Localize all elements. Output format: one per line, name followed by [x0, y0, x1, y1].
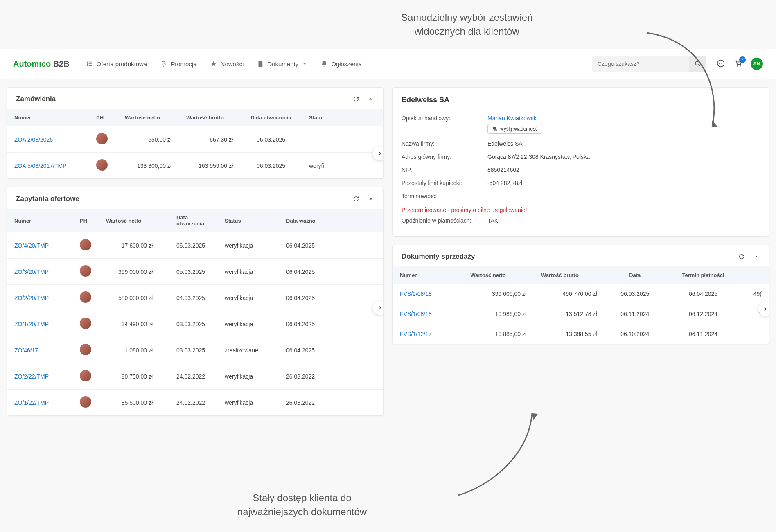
sales-rep-link[interactable]: Marian Kwiatkowski — [487, 115, 538, 122]
search-icon — [694, 60, 702, 68]
svg-point-8 — [717, 60, 724, 67]
nav-nowosci[interactable]: Nowości — [210, 60, 244, 68]
quote-link[interactable]: ZO/2/22/TMP — [14, 373, 49, 380]
search-button[interactable] — [689, 56, 706, 72]
nav: Oferta produktowa Promocja Nowości Dokum… — [86, 60, 582, 68]
svg-point-12 — [740, 65, 741, 67]
quotes-table: Numer PH Wartość netto Data utworzenia S… — [7, 209, 383, 415]
annotation-arrow-bottom — [450, 409, 557, 507]
svg-rect-5 — [89, 65, 92, 66]
table-row[interactable]: ZOA 5/03/2017/TMP 133 300,00 zł163 959,0… — [7, 153, 383, 179]
refresh-icon[interactable] — [738, 253, 745, 260]
table-row[interactable]: FVS/1/08/18 10 986,00 zł13 512,78 zł 06.… — [393, 304, 769, 324]
svg-rect-4 — [89, 63, 92, 64]
quote-link[interactable]: ZO/2/20/TMP — [14, 295, 49, 301]
scroll-right-button[interactable] — [373, 301, 383, 315]
ph-avatar — [96, 133, 108, 144]
header: Automico B2B Oferta produktowa Promocja … — [0, 49, 776, 79]
collapse-icon[interactable] — [367, 95, 374, 103]
orders-table: Numer PH Wartość netto Wartość brutto Da… — [7, 109, 383, 178]
ph-avatar — [80, 265, 91, 277]
svg-rect-1 — [87, 63, 88, 65]
cart-badge: 2 — [739, 56, 746, 63]
ph-avatar — [80, 318, 91, 329]
dollar-icon — [160, 60, 167, 68]
document-icon — [257, 60, 264, 68]
cart-button[interactable]: 2 — [733, 59, 742, 69]
table-row[interactable]: ZO/1/20/TMP 34 490,00 zł03.03.2025 weryf… — [7, 311, 383, 337]
ph-avatar — [80, 239, 91, 250]
avatar[interactable]: AN — [751, 58, 763, 70]
order-link[interactable]: ZOA 2/03/2025 — [14, 136, 53, 143]
sales-table: Numer Wartość netto Wartość brutto Data … — [393, 266, 769, 344]
svg-rect-0 — [87, 62, 88, 63]
quote-link[interactable]: ZO/46/17 — [14, 347, 38, 354]
scroll-right-button[interactable] — [373, 147, 383, 160]
invoice-link[interactable]: FVS/1/12/17 — [400, 331, 432, 337]
quote-link[interactable]: ZO/1/22/TMP — [14, 399, 49, 406]
svg-rect-2 — [87, 65, 88, 66]
orders-card: Zamówienia Numer PH Wartość netto Wartoś… — [7, 87, 384, 179]
refresh-icon[interactable] — [352, 195, 360, 203]
ph-avatar — [80, 344, 91, 355]
ph-avatar — [80, 370, 91, 381]
svg-point-6 — [695, 61, 699, 65]
table-row[interactable]: ZOA 2/03/2025 550,00 zł667,30 zł 06.03.2… — [7, 126, 383, 153]
chevron-right-icon — [377, 304, 383, 311]
table-row[interactable]: ZO/2/20/TMP 580 000,00 zł04.03.2025 wery… — [7, 285, 383, 311]
list-icon — [86, 60, 93, 68]
quote-link[interactable]: ZO/3/20/TMP — [14, 268, 49, 275]
table-row[interactable]: ZO/4/20/TMP 17 600,00 zł06.03.2025 weryf… — [7, 232, 383, 259]
invoice-link[interactable]: FVS/2/08/18 — [400, 291, 432, 297]
ph-avatar — [96, 159, 108, 171]
nav-promocja[interactable]: Promocja — [160, 60, 196, 68]
chevron-down-icon — [302, 61, 307, 67]
comments-icon — [492, 126, 498, 132]
header-actions: 2 AN — [716, 58, 763, 70]
orders-title: Zamówienia — [16, 95, 56, 103]
table-row[interactable]: ZO/1/22/TMP 85 500,00 zł24.02.2022 weryf… — [7, 390, 383, 416]
svg-line-7 — [699, 65, 700, 66]
quotes-title: Zapytania ofertowe — [16, 195, 79, 203]
order-link[interactable]: ZOA 5/03/2017/TMP — [14, 162, 67, 169]
nav-dokumenty[interactable]: Dokumenty — [257, 60, 307, 68]
quote-link[interactable]: ZO/4/20/TMP — [14, 242, 49, 249]
chat-icon — [716, 59, 725, 68]
svg-point-10 — [721, 63, 722, 64]
company-name: Edelweiss SA — [393, 88, 769, 112]
table-row[interactable]: ZO/46/17 1 080,00 zł03.03.2025 zrealizow… — [7, 337, 383, 363]
svg-point-9 — [719, 63, 720, 64]
annotation-bottom: Stały dostęp klienta donajważniejszych d… — [237, 491, 367, 518]
table-row[interactable]: FVS/1/12/17 10 885,00 zł13 388,55 zł 06.… — [393, 324, 769, 344]
bell-icon — [320, 60, 328, 68]
refresh-icon[interactable] — [352, 95, 360, 103]
overdue-warning: Przeterminowane - prosimy o pilne uregul… — [402, 203, 760, 213]
chat-button[interactable] — [716, 59, 725, 69]
collapse-icon[interactable] — [753, 253, 760, 260]
company-card: Edelweiss SA Opiekun handlowy: Marian Kw… — [392, 87, 769, 237]
chevron-right-icon — [377, 150, 383, 157]
ph-avatar — [80, 396, 91, 408]
ph-avatar — [80, 291, 91, 303]
svg-point-11 — [737, 65, 738, 67]
table-row[interactable]: FVS/2/08/18 399 000,00 zł490 770,00 zł 0… — [393, 284, 769, 304]
quote-link[interactable]: ZO/1/20/TMP — [14, 321, 49, 327]
scroll-right-button[interactable] — [758, 302, 769, 316]
svg-rect-3 — [89, 62, 92, 63]
logo[interactable]: Automico B2B — [13, 59, 70, 69]
chevron-right-icon — [762, 306, 769, 312]
table-row[interactable]: ZO/3/20/TMP 399 000,00 zł05.03.2025 wery… — [7, 259, 383, 285]
star-icon — [210, 60, 217, 68]
sales-title: Dokumenty sprzedaży — [402, 252, 475, 261]
annotation-top: Samodzielny wybór zestawieńwidocznych dl… — [401, 11, 532, 38]
quotes-card: Zapytania ofertowe Numer PH Wartość nett… — [7, 187, 384, 416]
search-box — [592, 56, 706, 72]
collapse-icon[interactable] — [367, 195, 374, 203]
table-row[interactable]: ZO/2/22/TMP 80 750,00 zł24.02.2022 weryf… — [7, 363, 383, 390]
send-message-button[interactable]: wyślij wiadomość — [487, 124, 542, 134]
search-input[interactable] — [598, 56, 689, 71]
sales-card: Dokumenty sprzedaży Numer Wartość netto … — [392, 245, 769, 344]
nav-ogloszenia[interactable]: Ogłoszenia — [320, 60, 362, 68]
nav-oferta[interactable]: Oferta produktowa — [86, 60, 147, 68]
invoice-link[interactable]: FVS/1/08/18 — [400, 311, 432, 317]
